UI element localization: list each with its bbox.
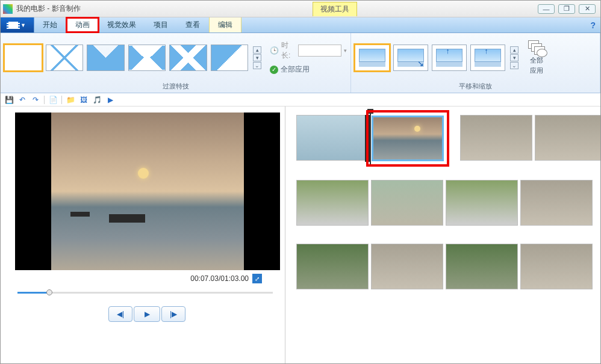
selected-clip[interactable] bbox=[371, 115, 444, 162]
add-music-button[interactable]: 🎵 bbox=[92, 95, 102, 105]
stack-icon: ✓ bbox=[528, 40, 545, 55]
main-area: 00:07.03/01:03.00 ⤢ ◀| ▶ |▶ bbox=[1, 106, 600, 364]
prev-frame-button[interactable]: ◀| bbox=[108, 306, 132, 322]
group-transitions-label: 过渡特技 bbox=[1, 82, 350, 93]
clip-thumbnail[interactable] bbox=[446, 180, 518, 226]
tab-project[interactable]: 项目 bbox=[145, 17, 177, 32]
gallery-down-button[interactable]: ▾ bbox=[510, 54, 518, 61]
preview-video[interactable] bbox=[15, 113, 280, 270]
transition-crossfade[interactable] bbox=[46, 45, 84, 71]
undo-button[interactable]: ↶ bbox=[17, 95, 27, 105]
clip-thumbnail[interactable] bbox=[371, 180, 443, 226]
window-maximize-button[interactable]: ❐ bbox=[558, 4, 575, 14]
apply-panzoom-all-button[interactable]: ✓ 全部 应用 bbox=[522, 40, 551, 75]
new-project-button[interactable]: 📄 bbox=[48, 95, 58, 105]
panzoom-up-alt[interactable]: ↑ bbox=[470, 45, 505, 71]
window-minimize-button[interactable]: — bbox=[538, 4, 555, 14]
panzoom-gallery-scroll[interactable]: ▴ ▾ ⌄ bbox=[510, 46, 518, 69]
arrow-up-icon: ↑ bbox=[484, 46, 488, 55]
gallery-up-button[interactable]: ▴ bbox=[510, 46, 518, 54]
panzoom-auto[interactable]: ↘ bbox=[393, 45, 428, 71]
tab-edit[interactable]: 编辑 bbox=[209, 17, 241, 32]
playhead[interactable] bbox=[370, 111, 371, 165]
gallery-up-button[interactable]: ▴ bbox=[253, 46, 261, 54]
boat-shape bbox=[70, 212, 90, 217]
sparkle-icon: ↘ bbox=[417, 59, 424, 68]
separator bbox=[61, 96, 62, 104]
playback-scrubber[interactable] bbox=[17, 289, 273, 295]
chevron-down-icon: ▼ bbox=[20, 22, 26, 28]
storyboard-pane[interactable] bbox=[285, 106, 600, 364]
window-close-button[interactable]: ✕ bbox=[579, 4, 596, 14]
file-menu-button[interactable]: ▼ bbox=[1, 17, 34, 32]
apply-all-line2: 应用 bbox=[530, 66, 543, 75]
transition-bowtie-h[interactable] bbox=[87, 45, 125, 71]
group-panzoom: ↘ ↑ ↑ ▴ ▾ ⌄ ✓ 全部 应用 bbox=[351, 33, 600, 93]
clip-thumbnail[interactable] bbox=[296, 244, 369, 289]
duration-label: 时长: bbox=[281, 40, 296, 61]
clip-thumbnail[interactable] bbox=[296, 115, 369, 161]
gallery-expand-button[interactable]: ⌄ bbox=[510, 62, 518, 69]
sun-icon bbox=[138, 168, 149, 179]
clip-thumbnail[interactable] bbox=[446, 244, 518, 289]
check-icon: ✓ bbox=[537, 49, 547, 57]
clip-thumbnail[interactable] bbox=[520, 244, 593, 289]
redo-button[interactable]: ↷ bbox=[31, 95, 40, 105]
fullscreen-button[interactable]: ⤢ bbox=[252, 274, 262, 283]
play-button[interactable]: ▶ bbox=[134, 306, 160, 322]
apply-all-label: 全部应用 bbox=[281, 64, 310, 75]
group-transitions: ▴ ▾ ⌄ 🕒 时长: ▾ ✓ 全部应用 过渡特技 bbox=[1, 33, 351, 93]
panzoom-up[interactable]: ↑ bbox=[432, 45, 467, 71]
save-button[interactable]: 💾 bbox=[4, 95, 14, 105]
transition-diagonal[interactable] bbox=[211, 45, 249, 71]
apply-all-line1: 全部 bbox=[530, 56, 543, 65]
separator bbox=[44, 96, 45, 104]
clip-thumbnail[interactable] bbox=[535, 115, 600, 161]
next-frame-button[interactable]: |▶ bbox=[161, 306, 185, 322]
app-icon bbox=[3, 4, 13, 14]
transition-none[interactable] bbox=[4, 45, 42, 71]
add-folder-button[interactable]: 📁 bbox=[66, 95, 75, 105]
duration-spinner[interactable]: ▾ bbox=[344, 48, 347, 54]
playback-time: 00:07.03/01:03.00 bbox=[190, 274, 249, 283]
storyboard-row bbox=[296, 180, 596, 226]
clip-thumbnail[interactable] bbox=[460, 115, 532, 161]
contextual-tab-video-tools[interactable]: 视频工具 bbox=[313, 2, 357, 16]
quick-access-toolbar: 💾 ↶ ↷ 📄 📁 🖼 🎵 ▶ bbox=[1, 93, 600, 106]
ribbon-tab-strip: ▼ 开始 动画 视觉效果 项目 查看 编辑 ? bbox=[1, 17, 600, 33]
help-button[interactable]: ? bbox=[585, 17, 600, 32]
transition-duration-input[interactable] bbox=[298, 45, 341, 57]
storyboard-row bbox=[296, 115, 596, 162]
clip-thumbnail[interactable] bbox=[371, 244, 443, 289]
tab-animations[interactable]: 动画 bbox=[66, 17, 99, 32]
transitions-gallery-scroll[interactable]: ▴ ▾ ⌄ bbox=[253, 46, 261, 69]
tab-view[interactable]: 查看 bbox=[177, 17, 209, 32]
transition-bowtie-v[interactable] bbox=[169, 45, 207, 71]
panzoom-none[interactable] bbox=[355, 45, 390, 71]
tab-home[interactable]: 开始 bbox=[34, 17, 66, 32]
storyboard-row bbox=[296, 244, 596, 289]
window-title: 我的电影 - 影音制作 bbox=[16, 4, 81, 14]
play-quick-button[interactable]: ▶ bbox=[105, 95, 115, 105]
gallery-expand-button[interactable]: ⌄ bbox=[253, 62, 261, 69]
transition-diamond[interactable] bbox=[128, 45, 166, 71]
apply-transition-all-button[interactable]: ✓ 全部应用 bbox=[270, 64, 347, 75]
gallery-down-button[interactable]: ▾ bbox=[253, 54, 261, 61]
preview-pane: 00:07.03/01:03.00 ⤢ ◀| ▶ |▶ bbox=[1, 106, 285, 364]
add-image-button[interactable]: 🖼 bbox=[79, 95, 89, 105]
clock-icon: 🕒 bbox=[270, 46, 279, 55]
preview-image bbox=[51, 113, 244, 270]
check-icon: ✓ bbox=[270, 66, 278, 74]
film-icon bbox=[8, 22, 18, 29]
tab-visual-effects[interactable]: 视觉效果 bbox=[99, 17, 145, 32]
clip-thumbnail[interactable] bbox=[296, 180, 369, 226]
ribbon-body: ▴ ▾ ⌄ 🕒 时长: ▾ ✓ 全部应用 过渡特技 bbox=[1, 33, 600, 93]
scrubber-thumb[interactable] bbox=[46, 289, 52, 295]
clip-thumbnail[interactable] bbox=[520, 180, 593, 226]
group-panzoom-label: 平移和缩放 bbox=[351, 82, 600, 93]
title-bar: 我的电影 - 影音制作 视频工具 — ❐ ✕ bbox=[1, 1, 600, 17]
clip-thumbnail[interactable] bbox=[372, 116, 444, 161]
boat-shape bbox=[109, 214, 145, 223]
arrow-up-icon: ↑ bbox=[446, 46, 450, 55]
